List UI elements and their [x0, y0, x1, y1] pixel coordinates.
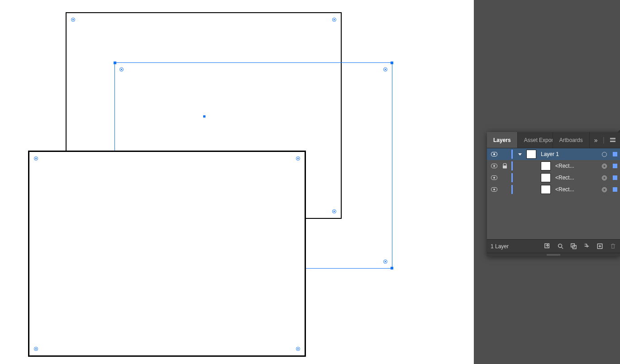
selection-indicator[interactable] — [611, 152, 620, 156]
layer-row-item[interactable]: <Rect... — [487, 172, 620, 184]
selection-indicator[interactable] — [611, 175, 620, 180]
eye-icon — [491, 164, 497, 168]
panel-resize-grip[interactable] — [487, 253, 620, 256]
corner-radius-handle[interactable] — [34, 156, 38, 161]
corner-radius-handle[interactable] — [383, 260, 387, 264]
selection-square-icon — [613, 175, 617, 180]
tab-layers[interactable]: Layers — [487, 132, 518, 148]
selection-square-icon — [613, 164, 617, 168]
layer-thumbnail[interactable] — [526, 150, 536, 159]
selection-bar — [511, 161, 513, 170]
selection-handle[interactable] — [391, 61, 393, 64]
layer-item-name[interactable]: <Rect... — [553, 186, 597, 193]
selection-square-icon — [613, 152, 617, 156]
layers-panel: Layers Asset Export Artboards │ Layer 1 — [487, 132, 620, 256]
locate-icon[interactable] — [557, 243, 564, 250]
layer-row-item[interactable]: <Rect... — [487, 160, 620, 172]
panel-tabbar: Layers Asset Export Artboards │ — [487, 132, 620, 148]
corner-radius-handle[interactable] — [383, 67, 387, 71]
new-sublayer-icon[interactable] — [583, 243, 590, 250]
target-column[interactable] — [599, 152, 609, 157]
selection-bar — [511, 150, 513, 159]
rectangle-shape[interactable] — [28, 151, 306, 357]
corner-radius-handle[interactable] — [332, 18, 336, 22]
tab-artboards[interactable]: Artboards — [553, 132, 590, 148]
layers-list: Layer 1 <Rect... — [487, 148, 620, 239]
selection-bar — [511, 173, 513, 182]
target-column[interactable] — [599, 187, 609, 192]
target-column[interactable] — [599, 175, 609, 180]
right-panel-area: Layers Asset Export Artboards │ Layer 1 — [474, 0, 620, 364]
corner-radius-handle[interactable] — [71, 18, 75, 22]
tab-asset-export[interactable]: Asset Export — [518, 132, 553, 148]
target-ring-icon — [602, 187, 607, 192]
corner-radius-handle[interactable] — [296, 347, 300, 351]
selection-handle[interactable] — [391, 267, 393, 269]
layer-row-item[interactable]: <Rect... — [487, 184, 620, 195]
clip-mask-icon[interactable] — [570, 243, 577, 250]
panel-menu-icon[interactable] — [610, 138, 615, 142]
selection-bar — [511, 185, 513, 194]
svg-point-2 — [558, 244, 562, 248]
eye-icon — [491, 175, 497, 180]
visibility-toggle[interactable] — [490, 187, 499, 192]
layer-row-parent[interactable]: Layer 1 — [487, 148, 620, 160]
layer-item-name[interactable]: <Rect... — [553, 175, 597, 181]
lock-toggle[interactable] — [501, 163, 509, 169]
target-ring-icon — [602, 175, 607, 180]
selection-indicator[interactable] — [611, 164, 620, 168]
visibility-toggle[interactable] — [490, 152, 499, 156]
layer-thumbnail[interactable] — [541, 185, 551, 194]
chevron-down-icon — [518, 153, 522, 156]
layer-item-name[interactable]: <Rect... — [553, 163, 597, 169]
canvas-area[interactable] — [0, 0, 474, 364]
eye-icon — [491, 152, 497, 156]
layer-count-label: 1 Layer — [491, 243, 538, 250]
corner-radius-handle[interactable] — [34, 347, 38, 351]
selection-indicator[interactable] — [611, 187, 620, 192]
svg-rect-0 — [503, 165, 507, 169]
eye-icon — [491, 187, 497, 192]
lock-icon — [502, 163, 507, 169]
corner-radius-handle[interactable] — [296, 156, 300, 161]
target-column[interactable] — [599, 164, 609, 169]
panel-resize-corner[interactable] — [617, 129, 620, 132]
delete-layer-icon[interactable] — [610, 243, 616, 250]
layer-thumbnail[interactable] — [541, 161, 551, 170]
selection-handle[interactable] — [114, 61, 116, 64]
visibility-toggle[interactable] — [490, 164, 499, 168]
visibility-toggle[interactable] — [490, 175, 499, 180]
layer-name[interactable]: Layer 1 — [538, 151, 597, 157]
selection-square-icon — [613, 187, 617, 192]
separator: │ — [602, 137, 606, 143]
corner-radius-handle[interactable] — [119, 67, 124, 71]
target-ring-icon — [602, 164, 607, 169]
target-ring-icon — [602, 152, 607, 157]
expand-toggle[interactable] — [515, 153, 525, 156]
export-icon[interactable] — [544, 243, 551, 250]
collapse-panel-icon[interactable] — [594, 137, 598, 144]
panel-footer: 1 Layer — [487, 239, 620, 253]
new-layer-icon[interactable] — [596, 243, 603, 250]
layer-thumbnail[interactable] — [541, 173, 551, 182]
